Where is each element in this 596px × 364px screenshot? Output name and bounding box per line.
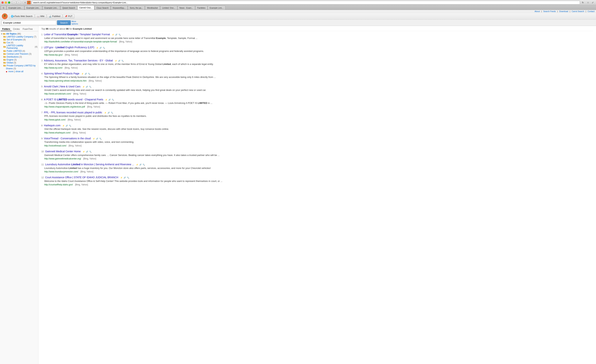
tab-foamtree[interactable]: FoamTree — [21, 27, 34, 31]
search-icon-3[interactable]: 🔍 — [121, 59, 124, 62]
result-link-3[interactable]: Advisory, Assurance, Tax, Transaction Se… — [44, 59, 113, 62]
tab-5-active[interactable]: Carrot2 Clus... — [77, 5, 94, 10]
search-icon-9[interactable]: 🔍 — [99, 137, 102, 140]
tab-0[interactable]: G — [1, 6, 6, 10]
copy-icon-4[interactable]: 🔗 — [84, 72, 87, 75]
pubmed-button[interactable]: 🔬 PubMed — [47, 14, 62, 18]
wiki-button[interactable]: 📖 Wiki — [35, 14, 46, 18]
tab-12[interactable]: Factbites — [195, 6, 208, 10]
cache-icon-6[interactable]: ⚡ — [105, 98, 107, 101]
folder-llp[interactable]: LIMITED Liability Partnership (4) — [0, 44, 38, 50]
folder-global[interactable]: Global (3) — [0, 61, 38, 64]
tab-4[interactable]: Qwant Search — [60, 6, 77, 10]
folder-central-limit-theorem[interactable]: Central Limit Theorem (3) — [0, 52, 38, 55]
search-icon-10[interactable]: 🔍 — [89, 150, 92, 153]
cache-icon-3[interactable]: ⚡ — [115, 59, 117, 62]
copy-icon-11[interactable]: 🔗 — [139, 163, 142, 166]
copy-icon-1[interactable]: 🔗 — [115, 33, 118, 36]
about-link[interactable]: About — [535, 10, 540, 12]
etools-web-search-button[interactable]: 🌐 eTools Web Search — [9, 14, 35, 18]
search-icon-1[interactable]: 🔍 — [118, 33, 121, 36]
show-all-link[interactable]: show all — [15, 70, 23, 73]
cache-icon-4[interactable]: ⚡ — [81, 72, 84, 75]
result-link-11[interactable]: Lounsbury Automotive Limited in Moncton … — [45, 163, 134, 166]
copy-icon-3[interactable]: 🔗 — [118, 59, 120, 62]
copy-icon-6[interactable]: 🔗 — [108, 98, 111, 101]
more-link[interactable]: more — [8, 70, 13, 73]
cache-icon-8[interactable]: ⚡ — [62, 124, 65, 127]
folder-distributions[interactable]: Distributions (3) — [0, 55, 38, 58]
search-icon-11[interactable]: 🔍 — [142, 163, 145, 166]
carrot-search-link[interactable]: Carrot Search — [572, 10, 584, 12]
cache-icon-12[interactable]: ⚡ — [120, 176, 123, 179]
search-icon-12[interactable]: 🔍 — [127, 176, 129, 179]
bookmark-icon[interactable]: ☆ — [586, 1, 590, 4]
copy-icon-8[interactable]: 🔗 — [66, 124, 68, 127]
copy-icon-9[interactable]: 🔗 — [96, 137, 98, 140]
search-icon-6[interactable]: 🔍 — [112, 98, 114, 101]
cache-icon-11[interactable]: ⚡ — [136, 163, 138, 166]
back-button[interactable]: ‹ — [12, 1, 16, 4]
tab-folders[interactable]: Folders — [1, 27, 12, 31]
tab-3[interactable]: Example Limi... — [42, 6, 60, 10]
copy-icon-7[interactable]: 🔗 — [107, 111, 110, 114]
result-link-10[interactable]: Gwinnett Medical Center Home — [45, 150, 81, 153]
copy-icon-12[interactable]: 🔗 — [123, 176, 126, 179]
tab-circles[interactable]: Circles — [12, 27, 21, 31]
result-link-5[interactable]: Arnold Clark | New & Used Cars — [44, 85, 81, 88]
view-toggle-button[interactable]: ⊡ — [23, 1, 27, 4]
result-link-1[interactable]: Letter of Transmittal Example / Template… — [44, 33, 110, 36]
folder-engine[interactable]: Engine (3) — [0, 58, 38, 61]
cache-icon-9[interactable]: ⚡ — [92, 137, 95, 140]
search-icon-4[interactable]: 🔍 — [88, 72, 90, 75]
minimize-button[interactable] — [5, 1, 7, 4]
tab-10[interactable]: Limited: One... — [160, 6, 177, 10]
tab-9[interactable]: Wordtracker — [145, 6, 160, 10]
result-link-9[interactable]: VoiceThread - Conversations in the cloud — [44, 137, 91, 140]
tab-13[interactable]: Example Limi... — [208, 6, 225, 10]
cache-icon-10[interactable]: ⚡ — [82, 150, 85, 153]
tab-11[interactable]: News - Exam... — [178, 6, 195, 10]
tab-2[interactable]: Example Limi... — [24, 6, 42, 10]
search-icon-8[interactable]: 🔍 — [69, 124, 71, 127]
result-link-4[interactable]: Spinning Wheel Products Page — [44, 72, 79, 75]
more-options-link[interactable]: More options — [72, 20, 78, 25]
result-link-6[interactable]: A POET IS LIMITED words sound - Chaparra… — [44, 98, 103, 101]
tab-8[interactable]: Sorry, the pa... — [128, 6, 145, 10]
url-input[interactable] — [32, 1, 580, 4]
result-link-12[interactable]: Court Assistance Office | STATE OF IDAHO… — [45, 176, 118, 179]
folder-public-limited[interactable]: Public LIMITED (4) — [0, 50, 38, 52]
cache-icon-1[interactable]: ⚡ — [112, 33, 114, 36]
search-feeds-link[interactable]: Search Feeds — [543, 10, 556, 12]
folder-all-topics[interactable]: ▼ All Topics (86) — [0, 32, 38, 35]
tab-6[interactable]: Cluuz Search — [95, 6, 111, 10]
cache-icon-7[interactable]: ⚡ — [104, 111, 107, 114]
put-button[interactable]: 📌 PUT — [63, 14, 74, 18]
reload-button[interactable]: ↻ — [581, 1, 585, 4]
result-link-2[interactable]: LEP.gov - Limited English Proficiency (L… — [44, 46, 94, 49]
maximize-button[interactable] — [8, 1, 10, 4]
folder-private-company[interactable]: Private Company LIMITED by — [0, 64, 38, 67]
download-link[interactable]: Download — [559, 10, 568, 12]
copy-icon-10[interactable]: 🔗 — [86, 150, 88, 153]
copy-icon-2[interactable]: 🔗 — [99, 46, 102, 49]
cache-icon-2[interactable]: ⚡ — [96, 46, 98, 49]
fullscreen-icon[interactable]: ⤢ — [591, 1, 595, 4]
copy-icon-5[interactable]: 🔗 — [86, 85, 88, 88]
forward-button[interactable]: › — [17, 1, 21, 4]
folder-set-of-examples[interactable]: Set of Examples (6) — [0, 38, 38, 41]
search-input[interactable] — [1, 20, 56, 25]
search-icon-5[interactable]: 🔍 — [89, 85, 91, 88]
search-icon-2[interactable]: 🔍 — [103, 46, 105, 49]
search-icon-7[interactable]: 🔍 — [111, 111, 113, 114]
contact-link[interactable]: Contact — [588, 10, 595, 12]
close-button[interactable] — [1, 1, 4, 4]
folder-car[interactable]: Car (4) — [0, 41, 38, 44]
tab-7[interactable]: KeywordSpy... — [111, 6, 128, 10]
result-link-7[interactable]: PPL - PPL licenses recorded music played… — [44, 111, 102, 114]
folder-limited-liability-company[interactable]: LIMITED Liability Company (7) — [0, 35, 38, 38]
tab-1[interactable]: Example Limi... — [7, 6, 24, 10]
search-button[interactable]: Search — [57, 20, 71, 25]
cache-icon-5[interactable]: ⚡ — [82, 85, 85, 88]
folder-shares[interactable]: Shares (3) — [0, 67, 38, 70]
